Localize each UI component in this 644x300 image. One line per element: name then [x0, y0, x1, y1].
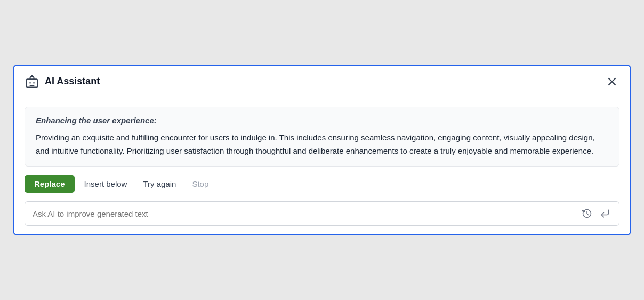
submit-button[interactable] [599, 207, 611, 220]
svg-rect-0 [27, 79, 38, 87]
input-row [25, 201, 619, 226]
ai-assistant-dialog: AI Assistant Enhancing the user experien… [13, 65, 631, 236]
input-icons [581, 207, 611, 220]
dialog-title: AI Assistant [45, 76, 100, 87]
actions-row: Replace Insert below Try again Stop [25, 175, 619, 193]
content-box: Enhancing the user experience: Providing… [25, 107, 619, 167]
dialog-header: AI Assistant [14, 66, 630, 98]
dialog-body: Enhancing the user experience: Providing… [14, 98, 630, 235]
content-heading: Enhancing the user experience: [36, 116, 608, 125]
replace-button[interactable]: Replace [25, 175, 75, 193]
content-body: Providing an exquisite and fulfilling en… [36, 131, 608, 158]
try-again-button[interactable]: Try again [136, 175, 182, 193]
insert-below-button[interactable]: Insert below [78, 175, 134, 193]
close-button[interactable] [605, 74, 619, 89]
svg-point-1 [29, 82, 31, 84]
robot-icon [25, 74, 39, 89]
history-button[interactable] [581, 207, 593, 220]
stop-button[interactable]: Stop [186, 175, 215, 193]
svg-point-2 [33, 82, 35, 84]
ai-improve-input[interactable] [33, 209, 581, 218]
title-group: AI Assistant [25, 74, 100, 89]
